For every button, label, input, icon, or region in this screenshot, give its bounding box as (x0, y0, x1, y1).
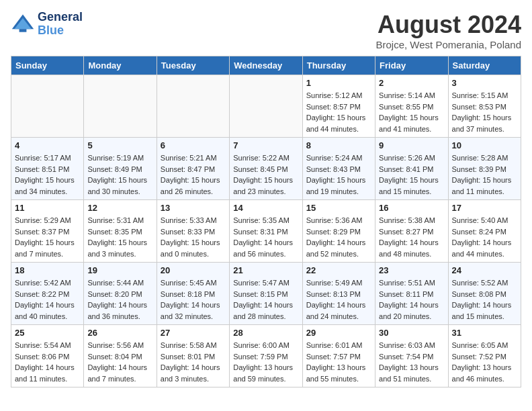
day-info: Sunrise: 5:47 AMSunset: 8:15 PMDaylight:… (233, 277, 298, 322)
day-info: Sunrise: 5:33 AMSunset: 8:33 PMDaylight:… (161, 215, 226, 259)
calendar-week-4: 18Sunrise: 5:42 AMSunset: 8:22 PMDayligh… (11, 263, 521, 325)
calendar-cell: 7Sunrise: 5:22 AMSunset: 8:45 PMDaylight… (230, 138, 302, 200)
day-number: 27 (161, 328, 226, 338)
day-info: Sunrise: 5:29 AMSunset: 8:37 PMDaylight:… (15, 215, 80, 259)
day-number: 17 (452, 203, 517, 213)
calendar-cell: 22Sunrise: 5:49 AMSunset: 8:13 PMDayligh… (302, 263, 375, 325)
day-number: 20 (161, 265, 226, 275)
day-info: Sunrise: 6:00 AMSunset: 7:59 PMDaylight:… (233, 340, 298, 384)
calendar-cell: 27Sunrise: 5:58 AMSunset: 8:01 PMDayligh… (157, 325, 229, 387)
calendar-cell: 31Sunrise: 6:05 AMSunset: 7:52 PMDayligh… (448, 325, 521, 387)
day-info: Sunrise: 5:54 AMSunset: 8:06 PMDaylight:… (15, 340, 80, 384)
calendar-cell: 9Sunrise: 5:26 AMSunset: 8:41 PMDaylight… (375, 138, 448, 200)
weekday-header-monday: Monday (84, 56, 157, 75)
day-number: 2 (379, 78, 444, 88)
weekday-header-sunday: Sunday (11, 56, 84, 75)
day-number: 4 (15, 140, 80, 150)
day-info: Sunrise: 5:15 AMSunset: 8:53 PMDaylight:… (452, 90, 517, 134)
calendar-cell: 15Sunrise: 5:36 AMSunset: 8:29 PMDayligh… (302, 200, 375, 263)
day-number: 22 (306, 265, 371, 275)
day-info: Sunrise: 5:36 AMSunset: 8:29 PMDaylight:… (306, 215, 371, 259)
calendar-week-2: 4Sunrise: 5:17 AMSunset: 8:51 PMDaylight… (11, 138, 521, 200)
day-number: 19 (87, 265, 152, 275)
calendar-cell: 25Sunrise: 5:54 AMSunset: 8:06 PMDayligh… (11, 325, 84, 387)
day-number: 3 (452, 78, 517, 88)
calendar-cell: 30Sunrise: 6:03 AMSunset: 7:54 PMDayligh… (375, 325, 448, 387)
day-info: Sunrise: 5:51 AMSunset: 8:11 PMDaylight:… (379, 277, 444, 322)
day-info: Sunrise: 5:35 AMSunset: 8:31 PMDaylight:… (233, 215, 298, 259)
calendar-cell: 24Sunrise: 5:52 AMSunset: 8:08 PMDayligh… (448, 263, 521, 325)
day-number: 6 (161, 140, 226, 150)
day-number: 24 (452, 265, 517, 275)
calendar-cell: 23Sunrise: 5:51 AMSunset: 8:11 PMDayligh… (375, 263, 448, 325)
day-info: Sunrise: 5:52 AMSunset: 8:08 PMDaylight:… (452, 277, 517, 322)
calendar-cell: 8Sunrise: 5:24 AMSunset: 8:43 PMDaylight… (302, 138, 375, 200)
day-number: 10 (452, 140, 517, 150)
day-info: Sunrise: 5:24 AMSunset: 8:43 PMDaylight:… (306, 152, 371, 197)
weekday-header-wednesday: Wednesday (230, 56, 302, 75)
calendar-cell: 11Sunrise: 5:29 AMSunset: 8:37 PMDayligh… (11, 200, 84, 263)
day-info: Sunrise: 6:05 AMSunset: 7:52 PMDaylight:… (452, 340, 517, 384)
day-info: Sunrise: 5:45 AMSunset: 8:18 PMDaylight:… (161, 277, 226, 322)
calendar-cell: 5Sunrise: 5:19 AMSunset: 8:49 PMDaylight… (84, 138, 157, 200)
day-info: Sunrise: 5:42 AMSunset: 8:22 PMDaylight:… (15, 277, 80, 322)
calendar-cell: 1Sunrise: 5:12 AMSunset: 8:57 PMDaylight… (302, 75, 375, 138)
day-info: Sunrise: 5:56 AMSunset: 8:04 PMDaylight:… (87, 340, 152, 384)
calendar-cell: 16Sunrise: 5:38 AMSunset: 8:27 PMDayligh… (375, 200, 448, 263)
day-number: 23 (379, 265, 444, 275)
day-info: Sunrise: 5:40 AMSunset: 8:24 PMDaylight:… (452, 215, 517, 259)
weekday-header-saturday: Saturday (448, 56, 521, 75)
day-info: Sunrise: 5:58 AMSunset: 8:01 PMDaylight:… (161, 340, 226, 384)
calendar-table: SundayMondayTuesdayWednesdayThursdayFrid… (11, 56, 521, 387)
svg-rect-2 (19, 29, 27, 32)
day-number: 21 (233, 265, 298, 275)
calendar-cell: 26Sunrise: 5:56 AMSunset: 8:04 PMDayligh… (84, 325, 157, 387)
logo-name-general: General (38, 11, 83, 24)
month-title: August 2024 (376, 11, 522, 39)
day-info: Sunrise: 5:44 AMSunset: 8:20 PMDaylight:… (87, 277, 152, 322)
calendar-cell: 29Sunrise: 6:01 AMSunset: 7:57 PMDayligh… (302, 325, 375, 387)
day-number: 1 (306, 78, 371, 88)
calendar-week-5: 25Sunrise: 5:54 AMSunset: 8:06 PMDayligh… (11, 325, 521, 387)
day-number: 5 (87, 140, 152, 150)
day-info: Sunrise: 5:49 AMSunset: 8:13 PMDaylight:… (306, 277, 371, 322)
day-info: Sunrise: 6:03 AMSunset: 7:54 PMDaylight:… (379, 340, 444, 384)
day-info: Sunrise: 5:19 AMSunset: 8:49 PMDaylight:… (87, 152, 152, 197)
page-header: General Blue August 2024 Brojce, West Po… (11, 11, 521, 50)
day-info: Sunrise: 5:31 AMSunset: 8:35 PMDaylight:… (87, 215, 152, 259)
day-number: 25 (15, 328, 80, 338)
day-info: Sunrise: 5:26 AMSunset: 8:41 PMDaylight:… (379, 152, 444, 197)
day-info: Sunrise: 5:17 AMSunset: 8:51 PMDaylight:… (15, 152, 80, 197)
logo-icon (11, 12, 35, 36)
calendar-cell: 18Sunrise: 5:42 AMSunset: 8:22 PMDayligh… (11, 263, 84, 325)
day-info: Sunrise: 5:12 AMSunset: 8:57 PMDaylight:… (306, 90, 371, 134)
calendar-cell: 13Sunrise: 5:33 AMSunset: 8:33 PMDayligh… (157, 200, 229, 263)
day-number: 29 (306, 328, 371, 338)
day-number: 30 (379, 328, 444, 338)
day-number: 7 (233, 140, 298, 150)
day-info: Sunrise: 5:14 AMSunset: 8:55 PMDaylight:… (379, 90, 444, 134)
day-info: Sunrise: 5:21 AMSunset: 8:47 PMDaylight:… (161, 152, 226, 197)
calendar-cell: 3Sunrise: 5:15 AMSunset: 8:53 PMDaylight… (448, 75, 521, 138)
calendar-cell: 6Sunrise: 5:21 AMSunset: 8:47 PMDaylight… (157, 138, 229, 200)
calendar-cell: 19Sunrise: 5:44 AMSunset: 8:20 PMDayligh… (84, 263, 157, 325)
calendar-cell (84, 75, 157, 138)
calendar-cell: 14Sunrise: 5:35 AMSunset: 8:31 PMDayligh… (230, 200, 302, 263)
calendar-cell (157, 75, 229, 138)
day-info: Sunrise: 5:22 AMSunset: 8:45 PMDaylight:… (233, 152, 298, 197)
day-number: 26 (87, 328, 152, 338)
weekday-header-row: SundayMondayTuesdayWednesdayThursdayFrid… (11, 56, 521, 75)
calendar-week-3: 11Sunrise: 5:29 AMSunset: 8:37 PMDayligh… (11, 200, 521, 263)
calendar-cell: 10Sunrise: 5:28 AMSunset: 8:39 PMDayligh… (448, 138, 521, 200)
day-info: Sunrise: 6:01 AMSunset: 7:57 PMDaylight:… (306, 340, 371, 384)
day-number: 8 (306, 140, 371, 150)
calendar-week-1: 1Sunrise: 5:12 AMSunset: 8:57 PMDaylight… (11, 75, 521, 138)
day-info: Sunrise: 5:38 AMSunset: 8:27 PMDaylight:… (379, 215, 444, 259)
calendar-cell: 12Sunrise: 5:31 AMSunset: 8:35 PMDayligh… (84, 200, 157, 263)
day-number: 11 (15, 203, 80, 213)
calendar-cell (11, 75, 84, 138)
calendar-cell: 2Sunrise: 5:14 AMSunset: 8:55 PMDaylight… (375, 75, 448, 138)
day-number: 18 (15, 265, 80, 275)
location-subtitle: Brojce, West Pomerania, Poland (376, 39, 522, 50)
day-number: 9 (379, 140, 444, 150)
